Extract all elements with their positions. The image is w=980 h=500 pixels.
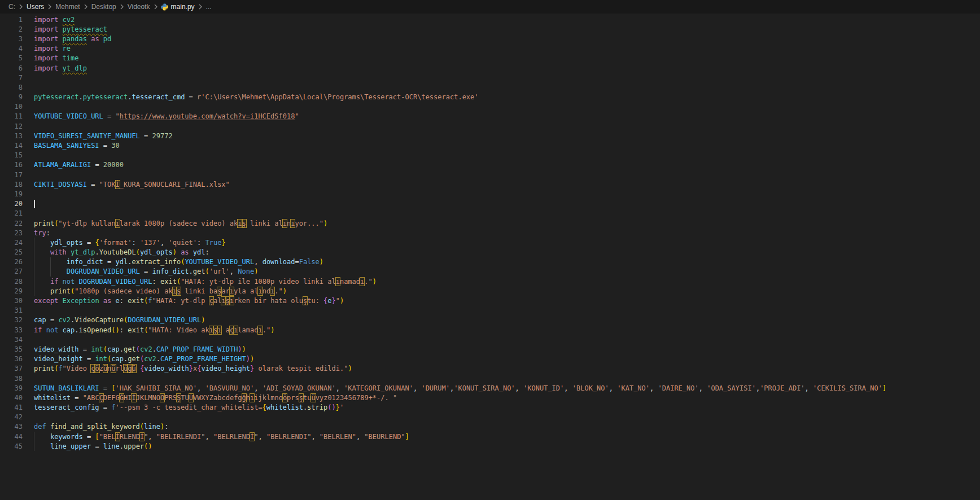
code-line[interactable]: 21 — [0, 209, 980, 218]
code-token: , — [197, 384, 205, 392]
code-line[interactable]: 45 line_upper = line.upper() — [0, 441, 980, 451]
code-token: } — [336, 403, 340, 411]
code-content — [23, 413, 980, 422]
code-line[interactable]: 24 ydl_opts = {'format': '137', 'quiet':… — [0, 238, 980, 247]
code-token: . — [124, 355, 128, 363]
indent-guide — [34, 277, 34, 286]
code-line[interactable]: 19 — [0, 189, 980, 199]
code-line[interactable]: 31 — [0, 306, 980, 315]
code-token: : — [197, 239, 205, 247]
code-line[interactable]: 1import cv2 — [0, 15, 980, 24]
code-line[interactable]: 12 — [0, 121, 980, 131]
breadcrumb-item-c[interactable]: C: — [8, 3, 16, 11]
code-line[interactable]: 13VIDEO_SURESI_SANIYE_MANUEL = 29772 — [0, 131, 980, 141]
code-token: import — [34, 54, 63, 62]
code-line[interactable]: 42 — [0, 413, 980, 422]
code-token: ö — [95, 365, 99, 372]
code-line[interactable]: 20 — [0, 199, 980, 209]
code-line[interactable]: 8 — [0, 82, 980, 92]
breadcrumb-item-mainpy[interactable]: main.py — [170, 3, 195, 11]
code-line[interactable]: 38 — [0, 374, 980, 383]
code-line[interactable]: 22print("yt-dlp kullanılarak 1080p (sade… — [0, 218, 980, 228]
code-line[interactable]: 9pytesseract.pytesseract.tesseract_cmd =… — [0, 93, 980, 102]
code-token: ü — [132, 365, 136, 372]
code-line[interactable]: 28 if not DOGRUDAN_VIDEO_URL: exit("HATA… — [0, 277, 980, 286]
breadcrumb-item-[interactable]: ... — [205, 3, 212, 11]
line-number: 43 — [0, 423, 23, 431]
code-token: import — [34, 35, 63, 43]
code-line[interactable]: 40whitelist = "ABCÇDEFGĞHIİJKLMNOÖPRSŞTU… — [0, 393, 980, 402]
code-line[interactable]: 39SUTUN_BASLIKLARI = ['HAK_SAHIBI_SIRA_N… — [0, 383, 980, 393]
code-line[interactable]: 3import pandas as pd — [0, 34, 980, 43]
code-content — [23, 189, 980, 199]
code-line[interactable]: 29 print("1080p (sadece video) akış link… — [0, 286, 980, 296]
code-line[interactable]: 2import pytesseract — [0, 24, 980, 34]
code-token: 'url' — [209, 267, 230, 275]
code-line[interactable]: 18CIKTI_DOSYASI = "TOKİ_KURA_SONUCLARI_F… — [0, 179, 980, 189]
code-line[interactable]: 23try: — [0, 228, 980, 238]
code-line[interactable]: 41tesseract_config = f'--psm 3 -c tessed… — [0, 403, 980, 413]
code-line[interactable]: 43def find_and_split_keyword(line): — [0, 422, 980, 432]
code-line[interactable]: 35video_width = int(cap.get(cv2.CAP_PROP… — [0, 344, 980, 354]
code-token: , — [311, 433, 319, 441]
code-line[interactable]: 17 — [0, 170, 980, 179]
code-line[interactable]: 27 DOGRUDAN_VIDEO_URL = info_dict.get('u… — [0, 267, 980, 277]
code-token: except — [34, 297, 63, 305]
code-token: exit — [128, 297, 144, 305]
code-token: VWXYZabcdefg — [193, 394, 242, 402]
line-number: 29 — [0, 287, 23, 295]
code-editor[interactable]: 1import cv22import pytesseract3import pa… — [0, 14, 980, 451]
code-line[interactable]: 10 — [0, 102, 980, 112]
code-line[interactable]: 36video_height = int(cap.get(cv2.CAP_PRO… — [0, 354, 980, 364]
breadcrumb-item-mehmet[interactable]: Mehmet — [55, 3, 80, 11]
code-token: = — [99, 403, 112, 411]
code-line[interactable]: 16ATLAMA_ARALIGI = 20000 — [0, 160, 980, 170]
code-content: tesseract_config = f'--psm 3 -c tessedit… — [23, 403, 980, 413]
code-token: as — [177, 248, 193, 256]
code-token: . — [120, 345, 124, 353]
code-line[interactable]: 11YOUTUBE_VIDEO_URL = "https://www.youtu… — [0, 112, 980, 121]
code-line[interactable]: 14BASLAMA_SANIYESI = 30 — [0, 141, 980, 150]
code-token: 'PROJE_ADI' — [760, 384, 804, 392]
code-line[interactable]: 37print(f"Video çözünürlüğü {video_width… — [0, 364, 980, 374]
code-line[interactable]: 7 — [0, 73, 980, 82]
code-line[interactable]: 34 — [0, 335, 980, 344]
code-line[interactable]: 5import time — [0, 54, 980, 63]
code-line[interactable]: 25 with yt_dlp.YoutubeDL(ydl_opts) as yd… — [0, 248, 980, 257]
code-token: '137' — [140, 239, 160, 247]
code-token: cap — [107, 345, 120, 353]
code-token: İ — [250, 433, 254, 441]
code-token: get — [124, 345, 136, 353]
code-token: DOGRUDAN_VIDEO_URL — [67, 267, 140, 275]
code-content: except Exception as e: exit(f"HATA: yt-d… — [23, 296, 980, 305]
code-content: YOUTUBE_VIDEO_URL = "https://www.youtube… — [23, 112, 980, 121]
code-line[interactable]: 4import re — [0, 44, 980, 54]
code-line[interactable]: 6import yt_dlp — [0, 63, 980, 73]
code-token: ydl — [116, 258, 128, 266]
code-line[interactable]: 33if not cap.isOpened(): exit("HATA: Vid… — [0, 325, 980, 335]
code-content: line_upper = line.upper() — [23, 441, 980, 451]
breadcrumb-item-videotk[interactable]: Videotk — [127, 3, 151, 11]
code-token: info_dict — [67, 258, 103, 266]
code-line[interactable]: 30except Exception as e: exit(f"HATA: yt… — [0, 296, 980, 305]
code-token: ) — [373, 278, 377, 286]
code-token: cv2 — [58, 316, 71, 324]
code-token: CAP_PROP_FRAME_WIDTH — [156, 345, 238, 353]
code-line[interactable]: 32cap = cv2.VideoCapture(DOGRUDAN_VIDEO_… — [0, 315, 980, 325]
breadcrumb-item-users[interactable]: Users — [26, 3, 45, 11]
line-number: 7 — [0, 74, 23, 82]
code-line[interactable]: 44 keywords = ["BELİRLENDİ", "BELIRLENDI… — [0, 432, 980, 441]
code-line[interactable]: 26 info_dict = ydl.extract_info(YOUTUBE_… — [0, 257, 980, 267]
code-token: ı — [258, 287, 262, 295]
indent-guide — [34, 238, 34, 247]
code-token: tu: — [307, 297, 323, 305]
breadcrumb-item-desktop[interactable]: Desktop — [91, 3, 117, 11]
code-token: not — [46, 326, 63, 334]
line-number: 16 — [0, 161, 23, 169]
line-number: 38 — [0, 375, 23, 383]
code-token: ( — [144, 297, 148, 305]
code-line[interactable]: 15 — [0, 151, 980, 160]
code-token: ğ — [242, 394, 246, 402]
line-number: 27 — [0, 267, 23, 275]
code-token: import — [34, 64, 63, 72]
